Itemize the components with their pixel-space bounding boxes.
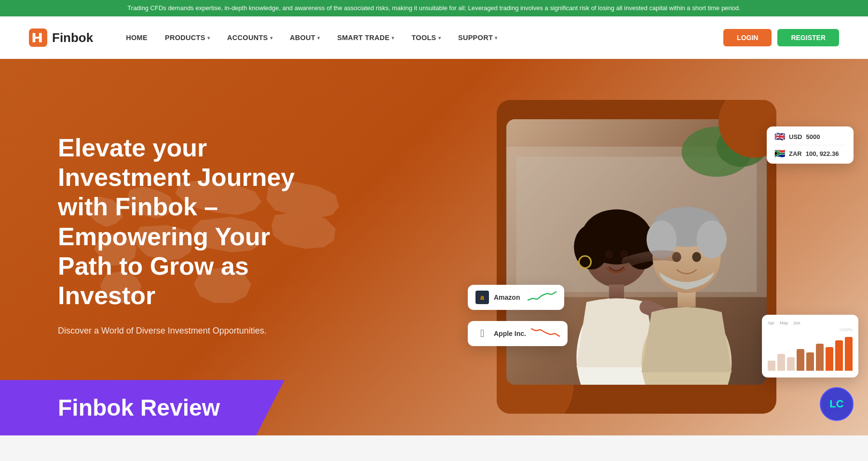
nav-about-chevron: ▾ (317, 35, 320, 41)
warning-bar: Trading CFDs demands expertise, in-depth… (0, 0, 868, 16)
nav-actions: LOGIN REGISTER (723, 29, 839, 46)
nav-accounts-chevron: ▾ (270, 35, 272, 41)
nav-smart-trade-label: SMART TRADE (337, 34, 390, 42)
nav-tools[interactable]: TOOLS ▾ (403, 16, 449, 59)
usd-code: USD (789, 133, 802, 140)
svg-point-5 (717, 127, 767, 167)
apple-stock-name: Apple Inc. (494, 330, 526, 337)
currency-card: 🇬🇧 USD 5000 🇿🇦 ZAR 100, 922.36 (767, 126, 854, 164)
nav-links: HOME PRODUCTS ▾ ACCOUNTS ▾ ABOUT ▾ SMART… (117, 16, 723, 59)
register-button[interactable]: REGISTER (777, 29, 839, 46)
warning-text: Trading CFDs demands expertise, in-depth… (127, 4, 740, 12)
review-text: Finbok Review (58, 395, 220, 420)
nav-about[interactable]: ABOUT ▾ (281, 16, 328, 59)
currency-row-zar: 🇿🇦 ZAR 100, 922.36 (774, 148, 839, 159)
nav-accounts[interactable]: ACCOUNTS ▾ (218, 16, 281, 59)
svg-point-26 (692, 252, 701, 262)
nav-support-chevron: ▾ (495, 35, 497, 41)
navigation: Finbok HOME PRODUCTS ▾ ACCOUNTS ▾ ABOUT … (0, 16, 868, 59)
nav-products-label: PRODUCTS (165, 34, 205, 42)
nav-support[interactable]: SUPPORT ▾ (449, 16, 506, 59)
nav-support-label: SUPPORT (458, 34, 493, 42)
amazon-stock-name: Amazon (494, 293, 520, 301)
amazon-stock-card: a Amazon (468, 285, 564, 310)
currency-row-usd: 🇬🇧 USD 5000 (774, 131, 820, 142)
usd-flag: 🇬🇧 (774, 131, 785, 142)
hero-right: 🇬🇧 USD 5000 🇿🇦 ZAR 100, 922.36 a Amazon (434, 59, 868, 435)
amazon-logo: a (475, 291, 489, 304)
nav-home-label: HOME (126, 34, 148, 42)
nav-smart-trade[interactable]: SMART TRADE ▾ (328, 16, 403, 59)
svg-point-24 (697, 221, 727, 259)
usd-value: 5000 (806, 133, 820, 140)
review-badge: Finbok Review (0, 380, 285, 435)
logo[interactable]: Finbok (29, 28, 93, 47)
nav-about-label: ABOUT (290, 34, 315, 42)
nav-home[interactable]: HOME (117, 16, 156, 59)
nav-products[interactable]: PRODUCTS ▾ (156, 16, 218, 59)
svg-point-13 (605, 250, 613, 259)
lc-badge: LC (820, 387, 854, 421)
logo-icon (29, 28, 47, 47)
zar-code: ZAR (789, 150, 802, 157)
lc-text: LC (829, 398, 843, 410)
zar-value: 100, 922.36 (806, 150, 839, 157)
nav-accounts-label: ACCOUNTS (227, 34, 268, 42)
nav-tools-label: TOOLS (411, 34, 436, 42)
hero-subtitle: Discover a World of Diverse Investment O… (58, 324, 299, 337)
nav-smart-trade-chevron: ▾ (392, 35, 394, 41)
svg-point-12 (608, 217, 646, 245)
logo-text: Finbok (52, 30, 93, 45)
login-button[interactable]: LOGIN (723, 29, 772, 46)
hero-section: Elevate your Investment Journey with Fin… (0, 59, 868, 435)
hero-content: Elevate your Investment Journey with Fin… (0, 95, 338, 400)
nav-products-chevron: ▾ (207, 35, 210, 41)
zar-flag: 🇿🇦 (774, 148, 785, 159)
apple-logo:  (475, 327, 489, 340)
apple-stock-card:  Apple Inc. (468, 321, 568, 346)
hero-title: Elevate your Investment Journey with Fin… (58, 133, 299, 311)
apple-chart (531, 326, 560, 341)
svg-point-4 (681, 127, 751, 177)
chart-bars (768, 337, 853, 371)
hero-frame (497, 100, 776, 414)
chart-card: AprMayJun +100% (762, 315, 858, 377)
amazon-chart (528, 290, 556, 305)
nav-tools-chevron: ▾ (438, 35, 441, 41)
